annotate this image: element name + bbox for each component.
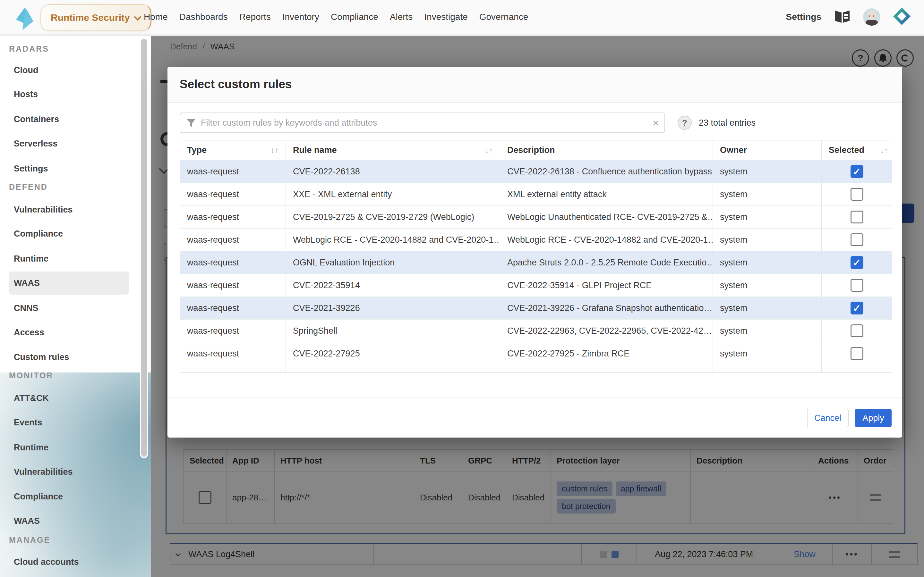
- sidebar-section-manage: MANAGE: [9, 535, 50, 545]
- description-cell: [500, 365, 713, 373]
- sidebar-item-events[interactable]: Events: [14, 416, 42, 429]
- apply-button[interactable]: Apply: [855, 409, 892, 427]
- sidebar-section-monitor: MONITOR: [9, 371, 53, 380]
- rule-row-7[interactable]: waas-request SpringShell CVE-2022-22963,…: [180, 319, 892, 342]
- nav-item-investigate[interactable]: Investigate: [424, 12, 467, 22]
- owner-cell: system: [713, 342, 822, 365]
- sort-icon[interactable]: ↓↑: [267, 145, 278, 155]
- row-checkbox-unchecked[interactable]: [851, 279, 863, 292]
- rule-name-cell: OGNL Evaluation Injection: [286, 251, 500, 274]
- filter-funnel-icon: [187, 119, 196, 129]
- sidebar-item-cnns[interactable]: CNNS: [14, 301, 39, 314]
- sidebar-section-radars: RADARS: [9, 44, 49, 53]
- prisma-cloud-logo-icon[interactable]: [893, 8, 911, 26]
- rule-row-partial[interactable]: [180, 365, 892, 373]
- rules-table-header-row: Type↓↑ Rule name↓↑ Description Owner Sel…: [180, 140, 892, 160]
- sidebar-item-serverless[interactable]: Serverless: [14, 137, 58, 150]
- rule-row-5[interactable]: waas-request CVE-2022-35914 CVE-2022-359…: [180, 274, 892, 297]
- sort-icon[interactable]: ↓↑: [481, 145, 493, 155]
- row-checkbox-unchecked[interactable]: [851, 234, 863, 246]
- filter-help-icon[interactable]: ?: [678, 116, 692, 130]
- owner-cell: system: [713, 206, 822, 228]
- sidebar-item-vulnerabilities[interactable]: Vulnerabilities: [14, 203, 73, 216]
- sidebar-section-defend: DEFEND: [9, 182, 48, 192]
- documentation-book-icon[interactable]: [834, 9, 850, 25]
- primary-nav: Home Dashboards Reports Inventory Compli…: [144, 0, 528, 34]
- owner-cell: system: [713, 297, 822, 319]
- row-checkbox-checked[interactable]: ✓: [851, 165, 863, 178]
- dialog-title: Select custom rules: [180, 77, 292, 91]
- column-header-type[interactable]: Type↓↑: [180, 140, 286, 160]
- sidebar-item-attack[interactable]: ATT&CK: [14, 392, 49, 405]
- custom-rules-table: Type↓↑ Rule name↓↑ Description Owner Sel…: [180, 140, 892, 373]
- type-cell: waas-request: [180, 251, 286, 274]
- nav-item-inventory[interactable]: Inventory: [282, 12, 319, 22]
- type-cell: waas-request: [180, 229, 286, 251]
- sidebar-item-vulnerabilities-monitor[interactable]: Vulnerabilities: [14, 466, 73, 478]
- sidebar-item-containers[interactable]: Containers: [14, 113, 59, 126]
- row-checkbox-unchecked[interactable]: [851, 324, 863, 337]
- row-checkbox-unchecked[interactable]: [851, 188, 863, 201]
- sidebar-item-cloud-accounts[interactable]: Cloud accounts: [14, 556, 79, 568]
- type-cell: waas-request: [180, 160, 286, 183]
- sidebar-item-cloud[interactable]: Cloud: [14, 64, 38, 77]
- rule-row-4[interactable]: waas-request OGNL Evaluation Injection A…: [180, 251, 892, 274]
- app-screen: Runtime Security Home Dashboards Reports…: [0, 0, 924, 577]
- row-checkbox-checked[interactable]: ✓: [851, 301, 863, 314]
- description-cell: Apache Struts 2.0.0 - 2.5.25 Remote Code…: [500, 251, 713, 274]
- rule-row-2[interactable]: waas-request CVE-2019-2725 & CVE-2019-27…: [180, 206, 892, 229]
- product-switcher[interactable]: Runtime Security: [40, 4, 152, 31]
- type-cell: [180, 365, 286, 373]
- row-checkbox-checked[interactable]: ✓: [851, 256, 863, 269]
- nav-item-dashboards[interactable]: Dashboards: [179, 12, 228, 22]
- sidebar-item-access[interactable]: Access: [14, 326, 44, 339]
- description-cell: CVE-2022-27925 - Zimbra RCE: [500, 342, 713, 365]
- sidebar-item-compliance[interactable]: Compliance: [14, 227, 63, 240]
- owner-cell: system: [713, 274, 822, 297]
- type-cell: waas-request: [180, 297, 286, 319]
- user-avatar[interactable]: [863, 8, 880, 26]
- row-checkbox-unchecked[interactable]: [851, 211, 863, 223]
- rule-row-8[interactable]: waas-request CVE-2022-27925 CVE-2022-279…: [180, 342, 892, 365]
- sidebar-item-compliance-monitor[interactable]: Compliance: [14, 490, 63, 503]
- sidebar-item-runtime-monitor[interactable]: Runtime: [14, 441, 48, 454]
- filter-field-wrapper: ×: [180, 113, 665, 133]
- filter-input[interactable]: [201, 113, 644, 132]
- column-header-rule-name[interactable]: Rule name↓↑: [286, 140, 500, 160]
- type-cell: waas-request: [180, 183, 286, 205]
- settings-link[interactable]: Settings: [786, 12, 821, 22]
- sidebar-scrollbar-thumb[interactable]: [140, 37, 148, 458]
- sidebar-item-custom-rules[interactable]: Custom rules: [14, 351, 69, 364]
- clear-filter-icon[interactable]: ×: [653, 117, 659, 129]
- chevron-down-icon: [134, 13, 141, 21]
- type-cell: waas-request: [180, 206, 286, 228]
- sidebar-item-settings[interactable]: Settings: [14, 162, 48, 175]
- topbar-right-cluster: Settings: [786, 0, 911, 34]
- rule-name-cell: XXE - XML external entity: [286, 183, 500, 205]
- rule-row-1[interactable]: waas-request XXE - XML external entity X…: [180, 183, 892, 206]
- brand-kite-logo-icon: [14, 5, 35, 33]
- sidebar-item-runtime[interactable]: Runtime: [14, 252, 48, 265]
- sidebar-item-waas-selected[interactable]: WAAS: [9, 271, 129, 295]
- sidebar-item-waas-monitor[interactable]: WAAS: [14, 514, 40, 527]
- nav-item-reports[interactable]: Reports: [239, 12, 271, 22]
- owner-cell: system: [713, 229, 822, 251]
- rule-row-6[interactable]: waas-request CVE-2021-39226 CVE-2021-392…: [180, 297, 892, 319]
- owner-cell: system: [713, 251, 822, 274]
- nav-item-compliance[interactable]: Compliance: [331, 12, 378, 22]
- dialog-footer: Cancel Apply: [168, 398, 902, 438]
- nav-item-alerts[interactable]: Alerts: [390, 12, 413, 22]
- rule-row-0[interactable]: waas-request CVE-2022-26138 CVE-2022-261…: [180, 160, 892, 183]
- column-header-owner: Owner: [713, 140, 822, 160]
- description-cell: WebLogic RCE - CVE-2020-14882 and CVE-20…: [500, 229, 713, 251]
- owner-cell: [713, 365, 822, 373]
- nav-item-home[interactable]: Home: [144, 12, 168, 22]
- owner-cell: system: [713, 319, 822, 342]
- sort-icon[interactable]: ↓↑: [877, 145, 888, 155]
- column-header-selected[interactable]: Selected↓↑: [822, 140, 892, 160]
- nav-item-governance[interactable]: Governance: [479, 12, 528, 22]
- rule-row-3[interactable]: waas-request WebLogic RCE - CVE-2020-148…: [180, 229, 892, 251]
- cancel-button[interactable]: Cancel: [807, 409, 849, 427]
- sidebar-item-hosts[interactable]: Hosts: [14, 88, 38, 101]
- row-checkbox-unchecked[interactable]: [851, 347, 863, 360]
